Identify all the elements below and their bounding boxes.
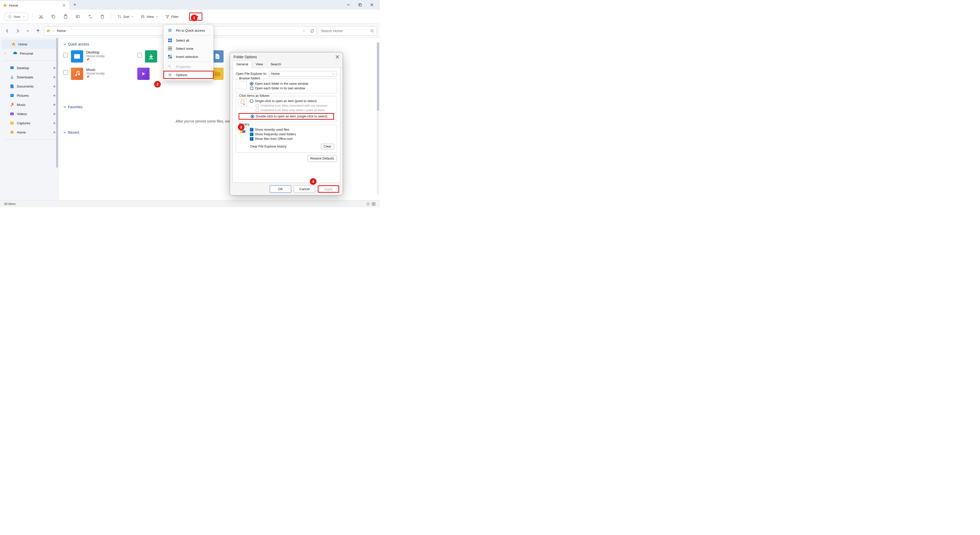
new-tab-button[interactable]: [69, 3, 81, 7]
svg-rect-31: [170, 49, 172, 50]
new-button[interactable]: New: [5, 13, 28, 21]
radio-icon: [251, 115, 254, 118]
radio-label: Underline icon titles only when I point …: [261, 108, 325, 112]
folder-options-dialog: Folder Options General View Search Open …: [230, 52, 343, 196]
filter-button[interactable]: Filter: [163, 13, 181, 20]
section-quick-access[interactable]: Quick access: [63, 42, 375, 46]
qa-title: Music: [86, 68, 105, 72]
privacy-group: Privacy Show recently used files Show fr…: [236, 124, 337, 153]
back-button[interactable]: [3, 27, 12, 35]
home-icon: [3, 3, 7, 7]
sidebar-item-label: Music: [17, 103, 25, 107]
up-button[interactable]: [34, 27, 42, 35]
cm-select-none[interactable]: Select none: [164, 45, 213, 53]
pin-icon: [53, 131, 56, 134]
svg-rect-8: [76, 16, 80, 18]
group-title: Browse folders: [238, 76, 261, 80]
radio-same-window[interactable]: Open each folder in the same window: [250, 82, 334, 86]
sidebar-item-music[interactable]: Music: [0, 100, 59, 109]
sidebar-item-pictures[interactable]: Pictures: [0, 91, 59, 100]
tab-view[interactable]: View: [252, 61, 267, 68]
qa-pin: 📌: [86, 58, 105, 61]
desktop-icon: [71, 50, 83, 62]
history-dropdown[interactable]: [24, 27, 32, 35]
sidebar-item-videos[interactable]: Videos: [0, 109, 59, 118]
tab-general[interactable]: General: [232, 61, 252, 68]
view-button[interactable]: View: [139, 13, 160, 20]
rename-button[interactable]: [73, 12, 83, 21]
sidebar-item-captures[interactable]: Captures: [0, 118, 59, 127]
cancel-button[interactable]: Cancel: [294, 185, 315, 193]
svg-point-18: [11, 95, 12, 96]
qa-item-music[interactable]: Music Stored locally 📌: [63, 66, 137, 81]
cm-invert-selection[interactable]: Invert selection: [164, 53, 213, 61]
select-none-icon: [168, 46, 172, 51]
qa-item-desktop[interactable]: Desktop Stored locally 📌: [63, 49, 137, 64]
radio-double-click[interactable]: Double-click to open an item (single-cli…: [239, 113, 334, 120]
cm-pin-quick-access[interactable]: Pin to Quick access: [164, 26, 213, 35]
cm-options[interactable]: Options: [163, 71, 213, 79]
sidebar-item-label: Home: [18, 42, 27, 46]
downloads-icon: [145, 50, 157, 62]
large-icons-view-icon[interactable]: [372, 202, 375, 206]
maximize-button[interactable]: [354, 1, 366, 9]
cut-button[interactable]: [37, 12, 46, 21]
qa-checkbox[interactable]: [63, 70, 68, 75]
open-to-label: Open File Explorer to:: [236, 72, 267, 76]
svg-rect-24: [168, 38, 170, 40]
close-button[interactable]: [366, 1, 378, 9]
minimize-button[interactable]: [342, 1, 354, 9]
dialog-titlebar[interactable]: Folder Options: [230, 53, 343, 61]
chevron-down-icon[interactable]: [302, 29, 305, 32]
pin-icon: [53, 112, 56, 115]
radio-single-click[interactable]: Single-click to open an item (point to s…: [250, 99, 334, 103]
tab-search[interactable]: Search: [267, 61, 285, 68]
sidebar-scrollbar[interactable]: [56, 38, 58, 168]
details-view-icon[interactable]: [366, 202, 370, 206]
sidebar-item-downloads[interactable]: Downloads: [0, 73, 59, 82]
documents-icon: [10, 84, 14, 89]
sort-button[interactable]: Sort: [115, 13, 136, 20]
sidebar-item-home2[interactable]: Home: [0, 127, 59, 137]
qa-checkbox[interactable]: [63, 53, 68, 57]
sidebar-item-personal[interactable]: Personal: [0, 49, 59, 58]
share-button[interactable]: [86, 12, 95, 21]
svg-rect-30: [168, 49, 170, 50]
search-input[interactable]: [321, 29, 368, 33]
delete-button[interactable]: [98, 12, 107, 21]
refresh-icon[interactable]: [310, 29, 314, 33]
clear-button[interactable]: Clear: [321, 144, 334, 149]
search-box[interactable]: [318, 26, 377, 35]
content-scrollbar-thumb[interactable]: [377, 42, 379, 111]
chevron-down-icon[interactable]: [3, 52, 6, 55]
ok-button[interactable]: OK: [270, 185, 291, 193]
check-recent-files[interactable]: Show recently used files: [250, 128, 334, 131]
copy-button[interactable]: [49, 12, 58, 21]
gear-icon: [168, 73, 172, 77]
section-label: Quick access: [68, 42, 89, 46]
radio-icon: [256, 108, 259, 112]
sidebar-item-documents[interactable]: Documents: [0, 82, 59, 91]
svg-rect-27: [170, 41, 172, 42]
cm-select-all[interactable]: Select all: [164, 36, 213, 45]
paste-button[interactable]: [61, 12, 70, 21]
open-to-combo[interactable]: Home: [269, 71, 337, 76]
svg-point-19: [11, 105, 12, 107]
check-freq-folders[interactable]: Show frequently used folders: [250, 132, 334, 136]
breadcrumb[interactable]: Home: [57, 29, 66, 33]
close-icon[interactable]: [336, 55, 339, 59]
qa-checkbox[interactable]: [137, 53, 142, 57]
restore-defaults-button[interactable]: Restore Defaults: [307, 155, 337, 162]
titlebar: Home: [0, 0, 380, 10]
sidebar-item-home[interactable]: Home: [2, 40, 57, 49]
pin-icon: [53, 85, 56, 88]
check-office-files[interactable]: Show files from Office.com: [250, 137, 334, 141]
radio-own-window[interactable]: Open each folder in its own window: [250, 86, 334, 90]
apply-button[interactable]: Apply: [318, 185, 339, 193]
properties-icon: [168, 64, 172, 69]
forward-button[interactable]: [13, 27, 22, 35]
tab-home[interactable]: Home: [0, 1, 69, 10]
sidebar-item-desktop[interactable]: Desktop: [0, 63, 59, 73]
close-icon[interactable]: [62, 3, 66, 7]
svg-rect-40: [372, 202, 373, 204]
